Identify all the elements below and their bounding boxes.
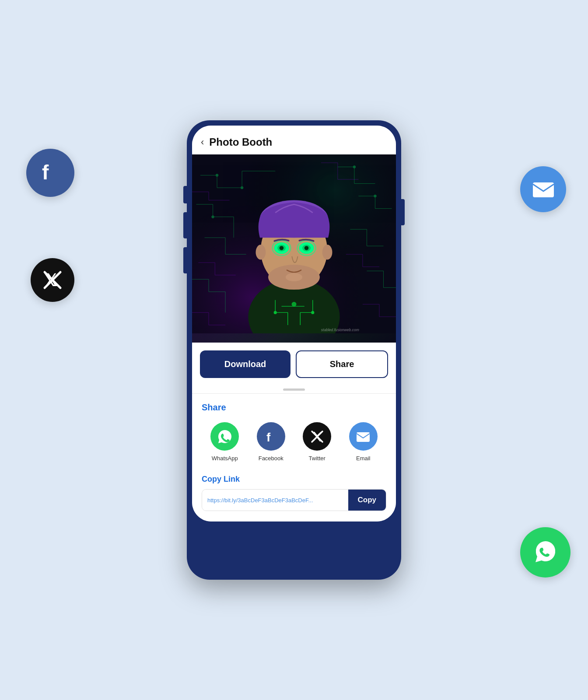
share-email[interactable]: Email	[349, 422, 378, 462]
photo-area: stabled.fusionweb.com	[192, 154, 396, 343]
circuit-background	[192, 154, 396, 343]
share-whatsapp[interactable]: WhatsApp	[210, 422, 239, 462]
back-button[interactable]: ‹	[201, 136, 204, 148]
volume-down-button	[183, 212, 187, 238]
svg-text:f: f	[42, 161, 49, 184]
phone-screen: ‹ Photo Booth	[192, 126, 396, 522]
volume-up-button	[183, 186, 187, 203]
svg-text:f: f	[266, 430, 271, 444]
action-buttons: Download Share	[192, 343, 396, 384]
phone-frame: ‹ Photo Booth	[187, 120, 401, 580]
copy-link-row: Copy	[202, 489, 386, 511]
copy-link-heading: Copy Link	[202, 475, 386, 484]
sheet-handle	[192, 384, 396, 393]
download-button[interactable]: Download	[200, 350, 290, 378]
whatsapp-float-icon[interactable]	[520, 527, 570, 578]
app-header: ‹ Photo Booth	[192, 126, 396, 154]
twitter-label: Twitter	[309, 455, 326, 462]
share-button[interactable]: Share	[296, 350, 388, 378]
email-label: Email	[356, 455, 371, 462]
copy-section: Copy Link Copy	[192, 468, 396, 522]
email-icon-circle	[349, 422, 378, 451]
facebook-icon-circle: f	[257, 422, 285, 451]
email-float-icon[interactable]	[520, 166, 566, 212]
share-section: Share WhatsApp f	[192, 394, 396, 468]
facebook-label: Facebook	[259, 455, 284, 462]
twitter-icon-circle	[303, 422, 331, 451]
share-heading: Share	[202, 402, 386, 413]
copy-button[interactable]: Copy	[348, 490, 386, 511]
svg-rect-33	[357, 432, 370, 442]
whatsapp-label: WhatsApp	[212, 455, 238, 462]
copy-url-input[interactable]	[202, 490, 348, 511]
svg-text:𝕏: 𝕏	[44, 271, 57, 290]
mute-button	[183, 247, 187, 273]
svg-rect-2	[533, 182, 554, 197]
drag-handle	[283, 388, 305, 391]
share-icons-row: WhatsApp f Facebook	[202, 422, 386, 462]
twitter-float-icon[interactable]: 𝕏	[31, 258, 74, 302]
page-title: Photo Booth	[209, 136, 272, 148]
share-twitter[interactable]: Twitter	[303, 422, 331, 462]
share-facebook[interactable]: f Facebook	[257, 422, 285, 462]
facebook-float-icon[interactable]: f	[26, 149, 74, 197]
power-button	[401, 199, 405, 225]
whatsapp-icon-circle	[210, 422, 239, 451]
